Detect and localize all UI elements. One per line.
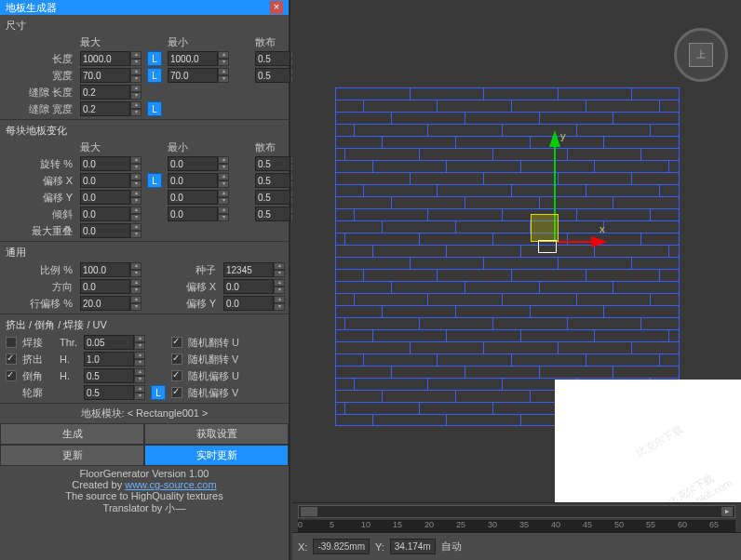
coord-y[interactable]: 34.174m — [390, 539, 436, 554]
timeline[interactable]: ▸ 05101520253035404550556065 — [292, 502, 741, 532]
lock-icon[interactable]: L — [147, 68, 162, 83]
module-value[interactable]: < Rectangle001 > — [128, 407, 209, 419]
offu-label: 随机偏移 U — [188, 369, 300, 383]
viewcube[interactable]: 上 — [674, 28, 728, 82]
width-max-spinner[interactable]: ▴▾ — [80, 68, 145, 83]
overlap-label: 最大重叠 — [6, 224, 78, 238]
offx-max[interactable]: ▴▾ — [80, 173, 145, 188]
dir-spinner[interactable]: ▴▾ — [80, 279, 145, 294]
offy-min[interactable]: ▴▾ — [168, 190, 233, 205]
window-title: 地板生成器 — [6, 1, 57, 15]
ofy-spinner[interactable]: ▴▾ — [223, 296, 289, 311]
length-max-spinner[interactable]: ▴▾ — [80, 51, 145, 66]
module-row: 地板模块: < Rectangle001 > — [0, 404, 289, 423]
update-button[interactable]: 更新 — [0, 445, 144, 466]
y-axis-label: y — [560, 130, 566, 141]
flipu-label: 随机翻转 U — [188, 336, 300, 350]
scale-spinner[interactable]: ▴▾ — [80, 262, 145, 277]
titlebar[interactable]: 地板生成器 × — [0, 0, 289, 15]
extrude-h[interactable]: ▴▾ — [84, 352, 149, 367]
weld-checkbox[interactable] — [6, 337, 17, 348]
statusbar: X: -39.825mm Y: 34.174m 自动 — [292, 532, 741, 560]
source-link[interactable]: www.cg-source.com — [125, 479, 216, 490]
scroll-right-icon[interactable]: ▸ — [721, 507, 733, 516]
live-update-button[interactable]: 实时更新 — [144, 445, 289, 466]
width-label: 宽度 — [6, 69, 78, 83]
section-size: 尺寸 最大 最小 散布 长度 ▴▾ L ▴▾ ▴▾ 宽度 ▴▾ L ▴▾ ▴▾ … — [0, 15, 289, 120]
section-variation: 每块地板变化 最大 最小 散布 旋转 % ▴▾ ▴▾ ▴▾ 偏移 X ▴▾ L … — [0, 120, 289, 242]
section-general: 通用 比例 % ▴▾ 种子 ▴▾ 方向 ▴▾ 偏移 X ▴▾ 行偏移 % ▴▾ … — [0, 242, 289, 314]
bevel-label: 倒角 — [22, 369, 58, 383]
rot-min[interactable]: ▴▾ — [168, 156, 233, 171]
flipv-label: 随机翻转 V — [188, 353, 300, 367]
ext-title: 挤出 / 倒角 / 焊接 / UV — [0, 316, 289, 334]
lock-icon[interactable]: L — [147, 173, 162, 188]
gap-width-spinner[interactable]: ▴▾ — [80, 101, 145, 116]
width-min-spinner[interactable]: ▴▾ — [168, 68, 233, 83]
gap-length-label: 缝隙 长度 — [6, 86, 78, 100]
lock-icon[interactable]: L — [151, 385, 166, 400]
scale-label: 比例 % — [6, 263, 78, 277]
credits: FloorGenerator Version 1.00 Created by w… — [0, 466, 289, 517]
rowoff-label: 行偏移 % — [6, 297, 78, 311]
generate-button[interactable]: 生成 — [0, 423, 144, 445]
ofx-label: 偏移 X — [147, 280, 222, 294]
y-axis-arrow-icon[interactable] — [549, 130, 560, 147]
outline-spinner[interactable]: ▴▾ — [84, 385, 149, 400]
rot-max[interactable]: ▴▾ — [80, 156, 145, 171]
offv-label: 随机偏移 V — [188, 386, 300, 400]
bevel-h[interactable]: ▴▾ — [84, 368, 149, 383]
dir-label: 方向 — [6, 280, 78, 294]
offx-label: 偏移 X — [6, 174, 78, 188]
size-title: 尺寸 — [0, 17, 289, 34]
viewcube-face[interactable]: 上 — [689, 43, 713, 67]
col-min: 最小 — [168, 35, 233, 49]
bevel-checkbox[interactable] — [6, 370, 17, 381]
overlap-spinner[interactable]: ▴▾ — [80, 223, 145, 238]
rowoff-spinner[interactable]: ▴▾ — [80, 296, 145, 311]
seed-spinner[interactable]: ▴▾ — [223, 262, 289, 277]
extrude-label: 挤出 — [22, 353, 58, 367]
transform-gizmo[interactable]: y x — [503, 130, 614, 270]
offy-label: 偏移 Y — [6, 191, 78, 205]
length-label: 长度 — [6, 52, 78, 66]
seed-label: 种子 — [147, 263, 222, 277]
tilt-label: 倾斜 — [6, 207, 78, 221]
offu-checkbox[interactable] — [171, 370, 182, 381]
close-icon[interactable]: × — [270, 1, 283, 14]
coord-x[interactable]: -39.825mm — [313, 539, 370, 554]
floor-generator-panel: 地板生成器 × 尺寸 最大 最小 散布 长度 ▴▾ L ▴▾ ▴▾ 宽度 ▴▾ … — [0, 0, 290, 560]
tilt-max[interactable]: ▴▾ — [80, 207, 145, 221]
ofx-spinner[interactable]: ▴▾ — [223, 279, 289, 294]
auto-label: 自动 — [441, 540, 462, 553]
weld-label: 焊接 — [22, 336, 58, 350]
get-settings-button[interactable]: 获取设置 — [144, 423, 289, 445]
timeline-scrollbar[interactable]: ▸ — [298, 505, 735, 518]
flipv-checkbox[interactable] — [171, 353, 182, 365]
x-axis-label: x — [600, 223, 605, 234]
lock-icon[interactable]: L — [147, 51, 162, 66]
xy-plane-handle[interactable] — [531, 214, 559, 242]
extrude-checkbox[interactable] — [6, 353, 17, 365]
scrollbar-thumb[interactable] — [301, 507, 317, 516]
section-extrude: 挤出 / 倒角 / 焊接 / UV 焊接 Thr. ▴▾ 随机翻转 U 挤出 H… — [0, 314, 289, 404]
weld-thr[interactable]: ▴▾ — [84, 335, 149, 350]
rot-label: 旋转 % — [6, 157, 78, 171]
length-min-spinner[interactable]: ▴▾ — [168, 51, 233, 66]
offx-min[interactable]: ▴▾ — [168, 173, 233, 188]
lock-icon[interactable]: L — [147, 101, 162, 116]
gen-title: 通用 — [0, 244, 289, 261]
tilt-min[interactable]: ▴▾ — [168, 207, 233, 221]
offv-checkbox[interactable] — [171, 387, 182, 398]
outline-label: 轮廓 — [22, 386, 58, 400]
var-title: 每块地板变化 — [0, 122, 289, 140]
timeline-ruler[interactable]: 05101520253035404550556065 — [298, 520, 735, 533]
gap-width-label: 缝隙 宽度 — [6, 102, 78, 116]
col-max: 最大 — [80, 35, 145, 49]
offy-max[interactable]: ▴▾ — [80, 190, 145, 205]
flipu-checkbox[interactable] — [171, 337, 182, 348]
gap-length-spinner[interactable]: ▴▾ — [80, 85, 145, 100]
ofy-label: 偏移 Y — [147, 297, 222, 311]
selection-box — [538, 240, 557, 253]
